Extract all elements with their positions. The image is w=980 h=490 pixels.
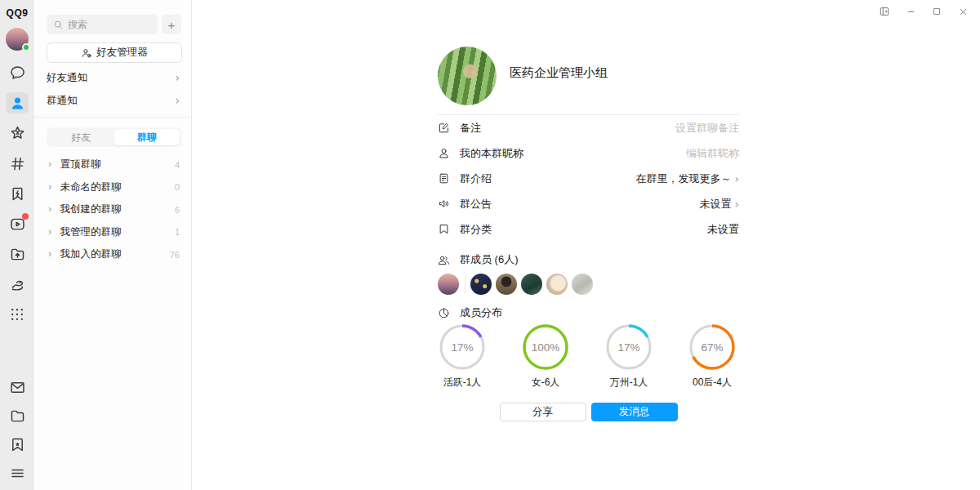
send-message-button[interactable]: 发消息 [591,403,678,421]
group-category-created[interactable]: › 我创建的群聊 6 [34,198,191,221]
chevron-right-icon: › [48,250,51,260]
members-icon [438,254,450,266]
speaker-icon [438,198,450,210]
donut-percent: 67% [688,323,736,371]
group-category-managed[interactable]: › 我管理的群聊 1 [34,221,191,244]
field-label: 我的本群昵称 [460,146,523,161]
field-value: 未设置 [699,197,731,212]
share-button[interactable]: 分享 [500,403,586,421]
member-avatar[interactable] [470,274,492,295]
distribution-section-label: 成员分布 [438,305,739,320]
member-avatar[interactable] [496,274,517,295]
friend-manager-label: 好友管理器 [96,46,148,60]
file-folder-up-icon[interactable] [6,243,29,265]
window-titlebar [875,0,980,23]
donut-percent: 17% [439,323,486,371]
penguin-doodle-icon[interactable] [6,274,29,295]
field-announcement[interactable]: 群公告 未设置 › [438,191,739,216]
donut-active: 17% 活跃-1人 [421,323,504,390]
group-profile-panel: 医药企业管理小组 备注 设置群聊备注 我的本群昵称 编辑群昵称 群介绍 在群里，… [192,0,980,490]
friend-manager-button[interactable]: 好友管理器 [47,42,182,63]
group-category-label: 我管理的群聊 [60,225,121,239]
tab-groups[interactable]: 群聊 [114,129,180,145]
mail-icon[interactable] [6,376,29,398]
qzone-star-icon[interactable] [6,122,29,144]
edit-icon [438,122,450,134]
search-input[interactable]: 搜索 [47,15,158,34]
user-avatar[interactable] [6,28,29,51]
minimize-icon[interactable] [902,2,920,20]
member-avatar[interactable] [438,274,459,295]
field-value: 编辑群昵称 [686,146,739,161]
game-center-icon[interactable] [6,183,29,204]
field-label: 备注 [460,121,481,136]
donut-age: 67% 00后-4人 [670,323,754,390]
contact-tabs: 好友 群聊 [47,127,181,147]
person-icon [438,147,450,159]
video-icon[interactable] [6,213,29,234]
add-button[interactable]: + [162,15,181,34]
folder-icon[interactable] [6,405,29,426]
field-intro[interactable]: 群介绍 在群里，发现更多～ › [438,166,739,191]
member-avatar[interactable] [546,274,568,295]
left-rail: QQ9 [0,0,34,490]
notification-badge [22,213,29,220]
channels-hash-icon[interactable] [6,153,29,174]
group-category-unnamed[interactable]: › 未命名的群聊 0 [34,176,191,199]
field-category[interactable]: 群分类 未设置 [438,216,739,242]
search-icon [53,20,64,30]
contacts-sidebar: 搜索 + 好友管理器 好友通知 › 群通知 › 好友 群聊 › 置顶群 [34,0,192,490]
group-count: 1 [175,227,180,237]
menu-icon[interactable] [6,462,29,483]
group-notifications-label: 群通知 [47,94,78,108]
chevron-right-icon: › [734,172,739,185]
group-category-joined[interactable]: › 我加入的群聊 76 [34,243,191,266]
friend-notifications-label: 好友通知 [47,71,87,85]
messages-icon[interactable] [6,62,29,83]
chevron-right-icon: › [48,227,51,237]
chevron-right-icon: › [48,205,51,215]
contacts-icon[interactable] [6,92,29,114]
field-value: 在群里，发现更多～ [635,172,731,186]
field-value: 未设置 [707,222,739,237]
member-avatar[interactable] [521,274,542,295]
tab-friends[interactable]: 好友 [48,129,114,145]
donut-label: 女-6人 [504,376,587,390]
members-section-label: 群成员 (6人) [438,252,739,267]
chevron-right-icon: › [175,72,180,83]
donut-location: 17% 万州-1人 [587,323,670,390]
group-count: 4 [175,160,180,170]
field-remark[interactable]: 备注 设置群聊备注 [438,115,739,140]
donut-percent: 17% [605,323,653,371]
maximize-icon[interactable] [928,2,946,20]
donut-label: 00后-4人 [670,376,754,390]
member-avatar-strip [438,274,739,295]
group-category-pinned[interactable]: › 置顶群聊 4 [34,154,191,176]
group-count: 76 [170,250,180,260]
field-label: 群分类 [460,222,492,237]
friend-notifications-item[interactable]: 好友通知 › [34,66,191,89]
pie-chart-icon [438,307,450,319]
donut-label: 活跃-1人 [421,376,504,390]
group-notifications-item[interactable]: 群通知 › [34,89,191,112]
group-category-label: 置顶群聊 [60,158,100,172]
member-avatar[interactable] [572,274,593,295]
group-avatar[interactable] [438,47,497,105]
field-label: 群公告 [460,197,492,212]
donut-label: 万州-1人 [587,376,670,390]
search-placeholder: 搜索 [68,18,87,32]
group-category-label: 我创建的群聊 [60,203,121,216]
donut-percent: 100% [522,323,569,371]
group-category-label: 我加入的群聊 [60,247,121,261]
collections-bookmark-icon[interactable] [6,434,29,455]
tag-icon [438,223,450,235]
field-nickname[interactable]: 我的本群昵称 编辑群昵称 [438,140,739,166]
close-icon[interactable] [954,2,972,20]
app-logo: QQ9 [7,7,29,19]
donut-female: 100% 女-6人 [504,323,587,390]
field-label: 群介绍 [460,172,492,186]
apps-grid-icon[interactable] [6,304,29,325]
group-count: 0 [175,182,180,192]
group-category-label: 未命名的群聊 [60,180,121,194]
popout-window-icon[interactable] [875,2,893,20]
